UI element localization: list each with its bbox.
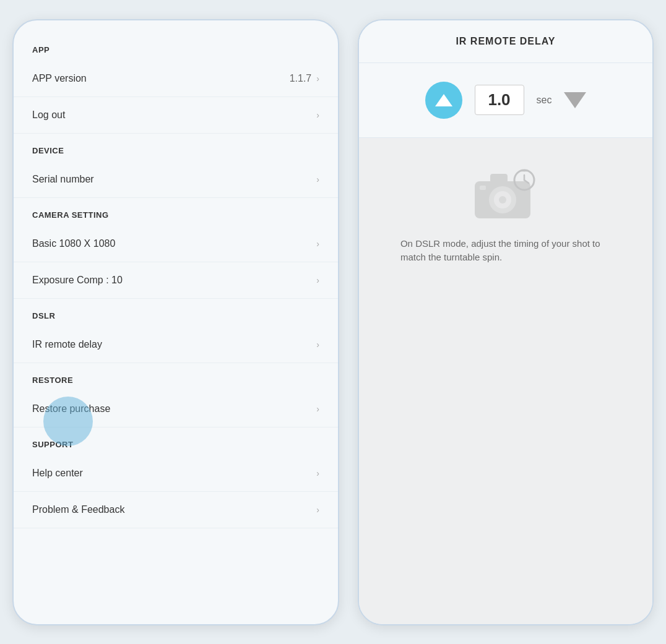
svg-rect-5 — [480, 186, 486, 190]
item-value-app-version: 1.1.7 — [290, 73, 312, 84]
camera-timer-icon — [469, 163, 543, 225]
section-header-dslr: DSLR — [14, 299, 338, 327]
item-label-help-center: Help center — [32, 468, 83, 479]
svg-rect-1 — [490, 174, 508, 183]
section-header-restore: RESTORE — [14, 363, 338, 391]
section-camera-setting: CAMERA SETTING Basic 1080 X 1080 › Expos… — [14, 198, 338, 299]
delay-value: 1.0 — [475, 85, 524, 115]
item-label-exposure-comp: Exposure Comp : 10 — [32, 275, 123, 286]
list-item-exposure-comp[interactable]: Exposure Comp : 10 › — [14, 262, 338, 299]
section-dslr: DSLR IR remote delay › — [14, 299, 338, 363]
section-header-app: APP — [14, 33, 338, 61]
section-header-support: SUPPORT — [14, 427, 338, 455]
camera-icon-wrapper — [469, 163, 543, 225]
decrement-button[interactable] — [564, 92, 586, 108]
ir-description-text: On DSLR mode, adjust the timing of your … — [400, 237, 611, 265]
chevron-icon-problem-feedback: › — [316, 505, 319, 515]
ir-description-area: On DSLR mode, adjust the timing of your … — [359, 138, 652, 624]
chevron-icon-serial-number: › — [316, 174, 319, 184]
settings-list: APP APP version 1.1.7 › Log out › DEVICE… — [14, 20, 338, 624]
list-item-problem-feedback[interactable]: Problem & Feedback › — [14, 492, 338, 528]
right-phone: IR REMOTE DELAY 1.0 sec — [358, 19, 654, 625]
chevron-icon-ir-remote-delay: › — [316, 340, 319, 350]
item-right-app-version: 1.1.7 › — [290, 73, 319, 84]
section-header-camera-setting: CAMERA SETTING — [14, 198, 338, 226]
list-item-help-center[interactable]: Help center › — [14, 455, 338, 492]
section-app: APP APP version 1.1.7 › Log out › — [14, 33, 338, 134]
section-device: DEVICE Serial number › — [14, 134, 338, 198]
section-support: SUPPORT Help center › Problem & Feedback… — [14, 427, 338, 528]
unit-label: sec — [537, 95, 552, 106]
item-label-problem-feedback: Problem & Feedback — [32, 504, 124, 515]
chevron-icon-help-center: › — [316, 468, 319, 478]
section-header-device: DEVICE — [14, 134, 338, 161]
list-item-app-version[interactable]: APP version 1.1.7 › — [14, 61, 338, 97]
ir-remote-panel: IR REMOTE DELAY 1.0 sec — [359, 20, 652, 624]
item-label-app-version: APP version — [32, 73, 87, 84]
ir-controls: 1.0 sec — [359, 63, 652, 138]
chevron-icon-log-out: › — [316, 110, 319, 120]
svg-point-4 — [499, 196, 506, 204]
increment-button[interactable] — [425, 82, 462, 119]
chevron-icon-restore-purchase: › — [316, 404, 319, 414]
section-restore: RESTORE Restore purchase › — [14, 363, 338, 427]
list-item-log-out[interactable]: Log out › — [14, 97, 338, 134]
left-phone: APP APP version 1.1.7 › Log out › DEVICE… — [12, 19, 339, 625]
item-label-restore-purchase: Restore purchase — [32, 403, 110, 414]
chevron-icon-app-version: › — [316, 74, 319, 84]
ir-panel-title: IR REMOTE DELAY — [359, 20, 652, 63]
item-label-log-out: Log out — [32, 109, 65, 121]
list-item-ir-remote-delay[interactable]: IR remote delay › — [14, 327, 338, 363]
item-label-serial-number: Serial number — [32, 174, 94, 185]
list-item-basic-resolution[interactable]: Basic 1080 X 1080 › — [14, 226, 338, 262]
list-item-serial-number[interactable]: Serial number › — [14, 161, 338, 198]
chevron-icon-exposure-comp: › — [316, 275, 319, 285]
chevron-icon-basic-resolution: › — [316, 239, 319, 249]
item-label-ir-remote-delay: IR remote delay — [32, 339, 102, 350]
list-item-restore-purchase[interactable]: Restore purchase › — [14, 391, 338, 427]
item-label-basic-resolution: Basic 1080 X 1080 — [32, 238, 115, 249]
